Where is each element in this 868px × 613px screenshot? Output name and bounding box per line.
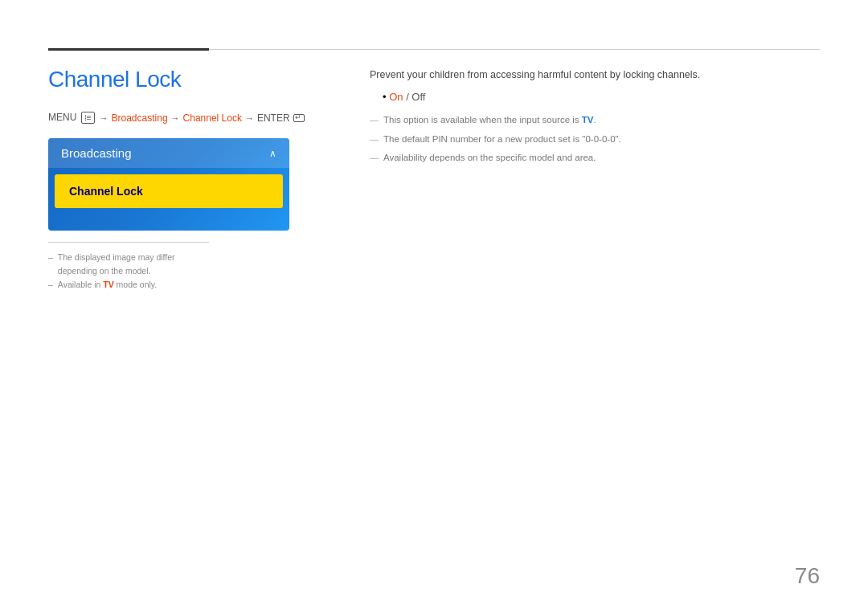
- tv-highlight-note: TV: [103, 280, 113, 289]
- sub-note-3: Availability depends on the specific mod…: [370, 150, 820, 166]
- note-line-2: Available in TV mode only.: [48, 278, 209, 292]
- on-label: On: [389, 91, 403, 103]
- sub-note-1: This option is available when the input …: [370, 112, 820, 129]
- breadcrumb-arrow-3: →: [245, 113, 254, 123]
- image-notes: The displayed image may differ depending…: [48, 242, 209, 291]
- on-off-bullet: • On / Off: [383, 91, 820, 103]
- tv-menu-spacer: [48, 215, 289, 231]
- breadcrumb-channel-lock: Channel Lock: [183, 112, 242, 124]
- off-label: Off: [411, 91, 425, 103]
- tv-menu-chevron: ∧: [269, 148, 276, 159]
- sub-note-text-3: Availability depends on the specific mod…: [383, 150, 596, 166]
- note-line-1: The displayed image may differ depending…: [48, 251, 209, 278]
- note-text-1: The displayed image may differ depending…: [58, 251, 209, 278]
- breadcrumb-menu: MENU ⁞≡: [48, 112, 96, 124]
- tv-menu-item-channel-lock[interactable]: Channel Lock: [55, 174, 283, 208]
- breadcrumb-arrow-2: →: [171, 113, 180, 123]
- breadcrumb-enter: ENTER: [257, 112, 305, 124]
- thick-rule: [48, 48, 209, 51]
- left-panel: Channel Lock MENU ⁞≡ → Broadcasting → Ch…: [48, 67, 321, 581]
- tv-menu: Broadcasting ∧ Channel Lock: [48, 138, 289, 231]
- enter-icon: [293, 114, 305, 122]
- breadcrumb-arrow-1: →: [100, 113, 108, 123]
- thin-rule: [209, 49, 820, 50]
- right-panel: Prevent your children from accessing har…: [370, 67, 820, 581]
- breadcrumb-broadcasting: Broadcasting: [112, 112, 168, 124]
- separator: /: [403, 91, 412, 103]
- tv-highlight-1: TV: [582, 115, 594, 125]
- tv-menu-header: Broadcasting ∧: [48, 138, 289, 168]
- top-divider: [48, 48, 820, 51]
- sub-note-text-2: The default PIN number for a new product…: [383, 132, 621, 148]
- tv-menu-title: Broadcasting: [61, 146, 132, 160]
- note-text-2: Available in TV mode only.: [58, 278, 157, 292]
- page-number: 76: [795, 563, 820, 589]
- sub-note-text-1: This option is available when the input …: [383, 112, 596, 129]
- sub-note-2: The default PIN number for a new product…: [370, 132, 820, 148]
- page-title: Channel Lock: [48, 67, 321, 92]
- menu-icon: ⁞≡: [81, 112, 95, 124]
- breadcrumb: MENU ⁞≡ → Broadcasting → Channel Lock → …: [48, 112, 321, 124]
- right-description: Prevent your children from accessing har…: [370, 67, 820, 83]
- channel-lock-label: Channel Lock: [69, 185, 143, 198]
